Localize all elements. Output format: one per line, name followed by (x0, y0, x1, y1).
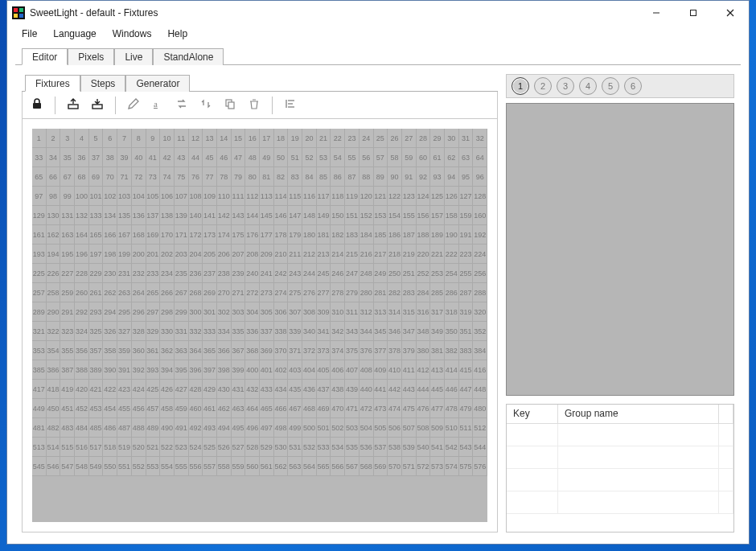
fixture-cell[interactable]: 396 (189, 360, 203, 380)
fixture-cell[interactable]: 314 (388, 302, 402, 322)
tab-steps[interactable]: Steps (80, 75, 126, 92)
fixture-cell[interactable]: 421 (89, 380, 104, 399)
fixture-cell[interactable]: 69 (89, 167, 104, 187)
fixture-cell[interactable]: 503 (345, 418, 360, 438)
fixture-cell[interactable]: 266 (160, 283, 175, 302)
fixture-cell[interactable]: 255 (459, 264, 474, 283)
fixture-cell[interactable]: 168 (132, 225, 146, 245)
fixture-cell[interactable]: 442 (388, 380, 402, 399)
fixture-cell[interactable]: 568 (360, 457, 374, 476)
fixture-cell[interactable]: 243 (288, 264, 302, 283)
fixture-cell[interactable]: 378 (388, 341, 402, 360)
fixture-cell[interactable]: 435 (288, 380, 302, 399)
fixture-cell[interactable]: 112 (245, 187, 260, 206)
fixture-cell[interactable]: 372 (302, 341, 317, 360)
fixture-cell[interactable]: 495 (232, 418, 246, 438)
fixture-cell[interactable]: 576 (473, 457, 487, 476)
rename-button[interactable]: a (148, 96, 167, 115)
fixture-cell[interactable]: 24 (360, 129, 374, 148)
fixture-cell[interactable]: 553 (146, 457, 161, 476)
fixture-cell[interactable]: 333 (203, 322, 217, 341)
fixture-cell[interactable]: 155 (402, 206, 417, 225)
fixture-cell[interactable]: 406 (331, 360, 345, 380)
fixture-cell[interactable]: 448 (473, 380, 487, 399)
fixture-cell[interactable]: 542 (445, 438, 459, 457)
fixture-cell[interactable]: 93 (430, 167, 445, 187)
fixture-cell[interactable]: 57 (374, 148, 388, 167)
fixture-cell[interactable]: 513 (32, 438, 47, 457)
fixture-cell[interactable]: 468 (302, 399, 317, 418)
fixture-cell[interactable]: 81 (260, 167, 274, 187)
fixture-cell[interactable]: 21 (317, 129, 331, 148)
column-header-name[interactable]: Group name (558, 405, 719, 424)
fixture-cell[interactable]: 249 (374, 264, 388, 283)
fixture-cell[interactable]: 359 (117, 341, 132, 360)
fixture-cell[interactable]: 365 (203, 341, 217, 360)
fixture-cell[interactable]: 59 (402, 148, 417, 167)
fixture-cell[interactable]: 455 (117, 399, 132, 418)
fixture-cell[interactable]: 156 (417, 206, 431, 225)
fixture-cell[interactable]: 268 (189, 283, 203, 302)
fixture-cell[interactable]: 223 (459, 245, 474, 264)
fixture-cell[interactable]: 265 (146, 283, 161, 302)
fixture-cell[interactable]: 37 (89, 148, 104, 167)
fixture-cell[interactable]: 174 (217, 225, 232, 245)
fixture-cell[interactable]: 36 (75, 148, 89, 167)
fixture-cell[interactable]: 517 (89, 438, 104, 457)
table-row[interactable] (507, 446, 733, 469)
fixture-cell[interactable]: 141 (203, 206, 217, 225)
fixture-cell[interactable]: 549 (89, 457, 104, 476)
fixture-cell[interactable]: 504 (360, 418, 374, 438)
fixture-cell[interactable]: 304 (245, 302, 260, 322)
fixture-cell[interactable]: 245 (317, 264, 331, 283)
fixture-grid[interactable]: 1234567891011121314151617181920212223242… (32, 129, 487, 522)
fixture-cell[interactable]: 113 (260, 187, 274, 206)
fixture-cell[interactable]: 556 (189, 457, 203, 476)
fixture-cell[interactable]: 127 (459, 187, 474, 206)
fixture-cell[interactable]: 353 (32, 341, 47, 360)
fixture-cell[interactable]: 208 (245, 245, 260, 264)
fixture-cell[interactable]: 525 (203, 438, 217, 457)
fixture-cell[interactable]: 484 (75, 418, 89, 438)
fixture-cell[interactable]: 375 (345, 341, 360, 360)
fixture-cell[interactable]: 8 (132, 129, 146, 148)
fixture-cell[interactable]: 102 (103, 187, 117, 206)
fixture-cell[interactable]: 545 (32, 457, 47, 476)
fixture-cell[interactable]: 534 (331, 438, 345, 457)
fixture-cell[interactable]: 472 (360, 399, 374, 418)
fixture-cell[interactable]: 281 (374, 283, 388, 302)
fixture-cell[interactable]: 104 (132, 187, 146, 206)
tab-generator[interactable]: Generator (125, 75, 190, 92)
fixture-cell[interactable]: 54 (331, 148, 345, 167)
fixture-cell[interactable]: 540 (417, 438, 431, 457)
fixture-cell[interactable]: 473 (374, 399, 388, 418)
tab-standalone[interactable]: StandAlone (153, 48, 224, 65)
fixture-cell[interactable]: 385 (32, 360, 47, 380)
fixture-cell[interactable]: 239 (232, 264, 246, 283)
fixture-cell[interactable]: 471 (345, 399, 360, 418)
fixture-cell[interactable]: 363 (175, 341, 189, 360)
fixture-cell[interactable]: 160 (473, 206, 487, 225)
fixture-cell[interactable]: 40 (132, 148, 146, 167)
fixture-cell[interactable]: 46 (217, 148, 232, 167)
fixture-cell[interactable]: 87 (345, 167, 360, 187)
fixture-cell[interactable]: 463 (232, 399, 246, 418)
lock-button[interactable] (27, 96, 47, 115)
fixture-cell[interactable]: 219 (402, 245, 417, 264)
fixture-cell[interactable]: 456 (132, 399, 146, 418)
fixture-cell[interactable]: 490 (160, 418, 175, 438)
fixture-cell[interactable]: 159 (459, 206, 474, 225)
fixture-cell[interactable]: 72 (132, 167, 146, 187)
fixture-cell[interactable]: 231 (117, 264, 132, 283)
fixture-cell[interactable]: 221 (430, 245, 445, 264)
fixture-cell[interactable]: 27 (402, 129, 417, 148)
fixture-cell[interactable]: 116 (302, 187, 317, 206)
fixture-cell[interactable]: 153 (374, 206, 388, 225)
fixture-cell[interactable]: 295 (117, 302, 132, 322)
fixture-cell[interactable]: 23 (345, 129, 360, 148)
fixture-cell[interactable]: 453 (89, 399, 104, 418)
fixture-cell[interactable]: 173 (203, 225, 217, 245)
fixture-cell[interactable]: 381 (430, 341, 445, 360)
fixture-cell[interactable]: 397 (203, 360, 217, 380)
fixture-cell[interactable]: 376 (360, 341, 374, 360)
